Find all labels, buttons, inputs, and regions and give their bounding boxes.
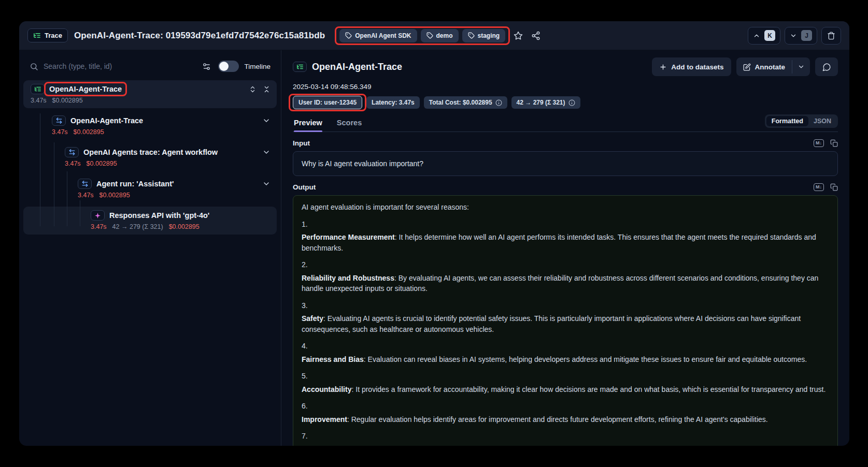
node-cost: $0.002895 <box>99 192 130 199</box>
markdown-toggle-icon[interactable]: M↓ <box>814 183 824 191</box>
generation-type-icon <box>91 210 105 221</box>
chevron-down-icon[interactable] <box>262 116 271 125</box>
format-toggle: Formatted JSON <box>765 114 838 128</box>
tag-icon <box>345 32 352 39</box>
annotate-button[interactable]: Annotate <box>736 57 792 76</box>
expand-all-icon[interactable] <box>249 85 257 93</box>
delete-trace-button[interactable] <box>821 27 841 45</box>
chevron-down-icon <box>790 32 797 39</box>
format-formatted-option[interactable]: Formatted <box>766 116 808 126</box>
list-item-text: : Regular evaluation helps identify area… <box>347 415 768 424</box>
annotate-dropdown-button[interactable] <box>792 57 810 76</box>
node-latency: 3.47s <box>78 192 94 199</box>
list-item: Fairness and Bias: Evaluation can reveal… <box>302 354 829 365</box>
trace-detail-window: Trace OpenAI-Agent-Trace: 019593d79e1efd… <box>19 21 849 446</box>
search-input[interactable] <box>44 62 197 70</box>
total-cost-label: Total Cost: $0.002895 <box>429 99 492 106</box>
tree-node-generation-selected[interactable]: Responses API with 'gpt-4o' 3.47s 42 → 2… <box>19 207 281 235</box>
tree-node-label: OpenAI-Agent-Trace <box>49 85 122 93</box>
tag-demo[interactable]: demo <box>421 29 459 42</box>
chevron-down-icon[interactable] <box>262 180 271 188</box>
user-id-badge[interactable]: User ID: user-12345 <box>293 96 362 109</box>
copy-icon[interactable] <box>830 183 838 191</box>
collapse-all-icon[interactable] <box>263 85 271 93</box>
trace-detail-panel: OpenAI-Agent-Trace Add to datasets <box>281 50 849 446</box>
trace-tree: OpenAI-Agent-Trace 3.47s <box>19 80 281 235</box>
output-content: AI agent evaluation is important for sev… <box>293 195 838 446</box>
trace-type-icon <box>293 62 307 72</box>
list-item: Performance Measurement: It helps determ… <box>302 232 829 253</box>
plus-icon <box>659 63 667 71</box>
tokens-badge: 42 → 279 (Σ 321) <box>511 96 580 109</box>
tokens-label: 42 → 279 (Σ 321) <box>517 99 565 106</box>
input-content: Why is AI agent evaluation important? <box>293 151 838 176</box>
share-icon[interactable] <box>531 31 540 40</box>
node-latency: 3.47s <box>31 97 47 104</box>
list-item: Safety: Evaluating AI agents is crucial … <box>302 313 829 334</box>
page-title: OpenAI-Agent-Trace: 019593d79e1efd7d7542… <box>74 31 325 41</box>
tree-node-label: Agent run: 'Assistant' <box>96 180 174 188</box>
list-item-term: Improvement <box>302 415 347 424</box>
trace-type-icon <box>31 84 45 94</box>
tab-preview[interactable]: Preview <box>294 116 322 132</box>
output-intro: AI agent evaluation is important for sev… <box>302 202 829 213</box>
list-number: 7. <box>302 431 829 442</box>
timeline-label: Timeline <box>244 63 271 70</box>
trace-tree-panel: Timeline OpenAI-Agent-Trace <box>19 50 281 446</box>
node-cost: $0.002895 <box>52 97 83 104</box>
list-item: Reliability and Robustness: By evaluatin… <box>302 273 829 294</box>
tag-icon <box>468 32 475 39</box>
comment-bubble-icon <box>822 63 831 71</box>
span-type-icon <box>65 147 79 157</box>
tree-node-span[interactable]: OpenAI Agents trace: Agent workflow 3.47… <box>19 143 281 171</box>
prev-trace-button[interactable]: K <box>748 27 780 45</box>
tree-node-span[interactable]: Agent run: 'Assistant' 3.47s $0.002895 <box>19 175 281 203</box>
info-icon[interactable] <box>568 99 575 106</box>
list-number: 6. <box>302 401 829 412</box>
next-trace-button[interactable]: J <box>785 27 817 45</box>
tag-label: OpenAI Agent SDK <box>355 32 411 39</box>
filter-settings-icon[interactable] <box>202 62 211 71</box>
list-item-text: : It provides a framework for accountabi… <box>351 385 826 393</box>
input-section-label: Input <box>293 139 310 147</box>
trace-type-badge: Trace <box>27 28 68 42</box>
list-item: Accountability: It provides a framework … <box>302 384 829 395</box>
annotate-split-button: Annotate <box>736 57 810 76</box>
tree-node-span[interactable]: OpenAI-Agent-Trace 3.47s $0.002895 <box>19 112 281 140</box>
tree-node-root[interactable]: OpenAI-Agent-Trace 3.47s <box>19 80 281 108</box>
markdown-toggle-icon[interactable]: M↓ <box>814 139 824 147</box>
list-item: Improvement: Regular evaluation helps id… <box>302 414 829 425</box>
edit-pencil-icon <box>743 63 751 71</box>
tab-scores[interactable]: Scores <box>337 116 362 132</box>
timeline-toggle[interactable] <box>218 61 239 72</box>
node-cost: $0.002895 <box>74 128 104 136</box>
copy-icon[interactable] <box>830 139 838 147</box>
node-tokens: 42 → 279 (Σ 321) <box>112 223 163 230</box>
output-section-label: Output <box>293 183 316 191</box>
tag-staging[interactable]: staging <box>462 29 506 42</box>
list-number: 4. <box>302 341 829 352</box>
tree-node-label: OpenAI-Agent-Trace <box>70 116 143 125</box>
tag-icon <box>426 32 433 39</box>
list-item-term: Safety <box>302 314 323 323</box>
list-number: 2. <box>302 259 829 270</box>
node-latency: 3.47s <box>52 128 68 136</box>
tag-label: staging <box>478 32 500 39</box>
add-to-datasets-button[interactable]: Add to datasets <box>652 57 731 76</box>
detail-tabs: Preview Scores Formatted JSON <box>293 116 838 132</box>
tag-openai-agent-sdk[interactable]: OpenAI Agent SDK <box>339 29 417 42</box>
topbar: Trace OpenAI-Agent-Trace: 019593d79e1efd… <box>19 21 849 50</box>
comments-button[interactable] <box>815 57 838 76</box>
info-icon[interactable] <box>495 99 502 106</box>
list-item-text: : Evaluating AI agents is crucial to ide… <box>302 314 801 333</box>
list-item-term: Accountability <box>302 385 351 393</box>
node-cost: $0.002895 <box>87 160 117 167</box>
star-icon[interactable] <box>514 31 523 40</box>
list-number: 5. <box>302 371 829 382</box>
trace-badge-label: Trace <box>45 32 62 39</box>
format-json-option[interactable]: JSON <box>808 116 836 126</box>
list-number: 3. <box>302 300 829 311</box>
input-text: Why is AI agent evaluation important? <box>302 159 423 168</box>
chevron-down-icon[interactable] <box>262 148 271 156</box>
list-item-term: Performance Measurement <box>302 233 395 241</box>
